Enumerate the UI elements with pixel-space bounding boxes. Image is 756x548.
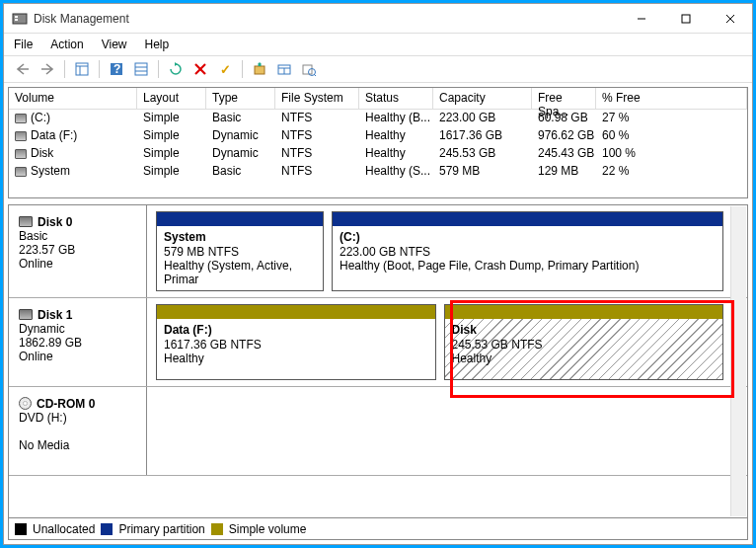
cdrom-icon [19, 397, 32, 410]
titlebar[interactable]: Disk Management [4, 4, 752, 34]
col-filesystem[interactable]: File System [275, 88, 359, 110]
partition[interactable]: Data (F:)1617.36 GB NTFSHealthy [156, 304, 436, 380]
partition[interactable]: System579 MB NTFSHealthy (System, Active… [156, 211, 324, 291]
partition-area: Data (F:)1617.36 GB NTFSHealthy Disk245.… [147, 298, 747, 386]
partition-body: Data (F:)1617.36 GB NTFSHealthy [157, 319, 435, 379]
legend-label: Simple volume [229, 522, 307, 536]
view-icon[interactable] [130, 58, 152, 80]
disk-info[interactable]: Disk 1Dynamic1862.89 GBOnline [9, 298, 147, 386]
volume-row[interactable]: Disk SimpleDynamicNTFS Healthy245.53 GB2… [9, 145, 747, 163]
disk-graphical-view: Disk 0Basic223.57 GBOnline System579 MB … [8, 204, 748, 540]
col-status[interactable]: Status [359, 88, 433, 110]
legend-label: Primary partition [118, 522, 204, 536]
col-capacity[interactable]: Capacity [433, 88, 532, 110]
disk-icon [15, 149, 27, 159]
volume-row[interactable]: Data (F:) SimpleDynamicNTFS Healthy1617.… [9, 127, 747, 145]
disk-icon [15, 131, 27, 141]
legend-swatch-simple [211, 523, 223, 535]
close-button[interactable] [708, 4, 752, 33]
partition-cap [157, 212, 323, 226]
partition[interactable]: (C:)223.00 GB NTFSHealthy (Boot, Page Fi… [332, 211, 723, 291]
volume-row[interactable]: (C:) SimpleBasicNTFS Healthy (B...223.00… [9, 110, 747, 127]
disk-icon [19, 309, 33, 320]
disk-row: CD-ROM 0DVD (H:)No Media [9, 387, 747, 476]
svg-text:?: ? [113, 62, 120, 76]
col-volume[interactable]: Volume [9, 88, 137, 110]
toolbar-divider [99, 60, 100, 78]
col-layout[interactable]: Layout [137, 88, 206, 110]
svg-rect-21 [303, 65, 312, 74]
partition-area [147, 387, 747, 475]
toolbar: ? ✓ [4, 55, 752, 83]
content-area: Volume Layout Type File System Status Ca… [4, 83, 752, 544]
menu-action[interactable]: Action [50, 38, 83, 51]
col-type[interactable]: Type [206, 88, 275, 110]
menu-help[interactable]: Help [145, 38, 170, 51]
disk-info[interactable]: CD-ROM 0DVD (H:)No Media [9, 387, 147, 475]
refresh-icon[interactable] [165, 58, 187, 80]
disk-row: Disk 0Basic223.57 GBOnline System579 MB … [9, 205, 747, 298]
menu-file[interactable]: File [14, 38, 33, 51]
svg-rect-4 [682, 15, 690, 23]
toolbar-divider [158, 60, 159, 78]
svg-rect-12 [135, 63, 147, 75]
menubar: File Action View Help [4, 34, 752, 55]
disk-icon [19, 216, 33, 227]
disk-row: Disk 1Dynamic1862.89 GBOnline Data (F:)1… [9, 298, 747, 387]
partition-body: (C:)223.00 GB NTFSHealthy (Boot, Page Fi… [333, 226, 722, 290]
forward-button[interactable] [37, 58, 58, 80]
legend-swatch-primary [101, 523, 113, 535]
window-title: Disk Management [34, 12, 619, 26]
help-icon[interactable]: ? [106, 58, 127, 80]
partition-cap [333, 212, 722, 226]
volume-list[interactable]: Volume Layout Type File System Status Ca… [8, 87, 748, 198]
toolbar-divider [64, 60, 65, 78]
disk-management-window: Disk Management File Action View Help ? … [3, 3, 753, 545]
svg-rect-7 [76, 63, 88, 75]
svg-rect-17 [255, 66, 265, 74]
svg-rect-1 [15, 16, 18, 18]
partition[interactable]: Disk245.53 GB NTFSHealthy [444, 304, 724, 380]
minimize-button[interactable] [619, 4, 663, 33]
col-free[interactable]: Free Spa... [532, 88, 596, 110]
vertical-scrollbar[interactable] [730, 206, 746, 516]
partition-cap [445, 305, 723, 319]
back-button[interactable] [12, 58, 34, 80]
partition-body: Disk245.53 GB NTFSHealthy [445, 319, 723, 379]
svg-rect-2 [15, 19, 18, 21]
volume-row[interactable]: System SimpleBasicNTFS Healthy (S...579 … [9, 163, 747, 181]
svg-line-23 [314, 74, 316, 76]
col-pfree[interactable]: % Free [596, 88, 747, 110]
disk-icon [15, 114, 27, 123]
legend-label: Unallocated [33, 522, 95, 536]
maximize-button[interactable] [663, 4, 708, 33]
tool-icon-a[interactable] [249, 58, 270, 80]
partition-cap [157, 305, 435, 319]
partition-body: System579 MB NTFSHealthy (System, Active… [157, 226, 323, 290]
list-header: Volume Layout Type File System Status Ca… [9, 88, 747, 110]
partition-area: System579 MB NTFSHealthy (System, Active… [147, 205, 747, 297]
tool-icon-c[interactable] [298, 58, 320, 80]
check-icon[interactable]: ✓ [214, 58, 236, 80]
menu-view[interactable]: View [102, 38, 127, 51]
delete-icon[interactable] [189, 58, 211, 80]
show-hide-icon[interactable] [71, 58, 93, 80]
toolbar-divider [242, 60, 243, 78]
legend: Unallocated Primary partition Simple vol… [9, 517, 747, 539]
tool-icon-b[interactable] [273, 58, 295, 80]
disk-info[interactable]: Disk 0Basic223.57 GBOnline [9, 205, 147, 297]
legend-swatch-unallocated [15, 523, 27, 535]
app-icon [12, 11, 28, 27]
disk-icon [15, 167, 27, 177]
